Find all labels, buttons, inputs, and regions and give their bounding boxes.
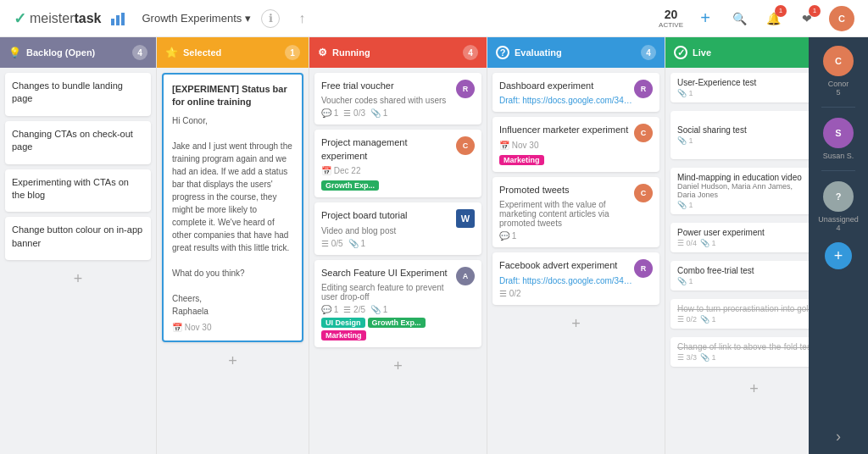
card-backlog-4[interactable]: Change button colour on in-app banner <box>5 217 151 260</box>
card-backlog-1[interactable]: Changes to bundle landing page <box>5 73 151 116</box>
sidebar-avatar-susan[interactable]: S <box>823 118 854 148</box>
card-running-2-avatar: C <box>456 136 475 155</box>
project-selector[interactable]: Growth Experiments ▾ <box>142 12 251 25</box>
evaluating-title: Evaluating <box>515 47 636 58</box>
card-running-1-avatar: R <box>456 80 475 98</box>
sidebar-user-unassigned[interactable]: ? Unassigned4 <box>818 181 859 232</box>
card-live-1[interactable]: User-Experience test 📎 1 ✓ <box>670 73 809 102</box>
svg-rect-1 <box>116 15 120 25</box>
svg-rect-0 <box>111 19 114 25</box>
upload-button[interactable]: ↑ <box>290 7 314 30</box>
card-live-2[interactable]: Social sharing test 📎 1 ? ✓ <box>670 111 809 159</box>
add-selected-card[interactable]: + <box>162 347 303 375</box>
chevron-down-icon: ▾ <box>245 12 251 25</box>
sidebar-avatar-unassigned[interactable]: ? <box>823 181 854 212</box>
column-selected-header: ⭐ Selected 1 <box>157 37 309 68</box>
logo[interactable]: ✓ meistertask <box>14 9 101 28</box>
evaluating-cards: Dashboard experiment Draft: https://docs… <box>487 68 665 454</box>
alert-badge: 1 <box>809 5 821 17</box>
backlog-icon: 💡 <box>8 47 21 58</box>
sidebar-divider-2 <box>821 170 855 171</box>
columns-area: 💡 Backlog (Open) 4 Changes to bundle lan… <box>0 37 809 454</box>
card-live-6[interactable]: How to turn procrastination into gold ☰ … <box>670 299 809 329</box>
running-count: 4 <box>463 45 478 60</box>
active-count: 20 ACTIVE <box>659 8 683 29</box>
column-running-header: ⚙ Running 4 <box>309 37 487 68</box>
notification-badge: 1 <box>775 5 787 17</box>
info-button[interactable]: ℹ <box>261 9 280 28</box>
add-backlog-card[interactable]: + <box>5 265 151 293</box>
card-eval-1-avatar: R <box>634 80 653 98</box>
card-selected-expanded[interactable]: [EXPERIMENT] Status bar for online train… <box>162 73 303 342</box>
column-evaluating: ? Evaluating 4 Dashboard experiment Draf… <box>487 37 665 454</box>
card-eval-4[interactable]: Facebook advert experiment Draft: https:… <box>492 252 659 304</box>
card-live-7[interactable]: Change of link to above-the-fold test ☰ … <box>670 337 809 367</box>
logo-check-icon: ✓ <box>14 9 26 28</box>
card-eval-3[interactable]: Promoted tweets Experiment with the valu… <box>492 177 659 247</box>
card-backlog-3[interactable]: Experimenting with CTAs on the blog <box>5 169 151 213</box>
selected-title: Selected <box>183 47 280 58</box>
alert-button[interactable]: ❤ 1 <box>795 7 819 30</box>
board: 💡 Backlog (Open) 4 Changes to bundle lan… <box>0 37 868 454</box>
card-running-4-avatar: A <box>456 267 475 285</box>
card-running-4[interactable]: Search Feature UI Experiment Editing sea… <box>314 260 481 347</box>
card-running-1[interactable]: Free trial voucher Voucher codes shared … <box>314 73 481 125</box>
card-running-2[interactable]: Project management experiment C 📅 Dec 22… <box>314 130 481 197</box>
sidebar-divider-1 <box>821 107 855 108</box>
card-eval-1[interactable]: Dashboard experiment Draft: https://docs… <box>492 73 659 112</box>
user-avatar[interactable]: C <box>829 6 854 31</box>
add-live-card[interactable]: + <box>670 375 809 403</box>
card-live-4[interactable]: Power user experiment ☰ 0/4📎 1 ✓ <box>670 223 809 252</box>
add-running-card[interactable]: + <box>314 352 481 380</box>
sidebar-user-susan[interactable]: S Susan S. <box>823 118 854 160</box>
svg-rect-2 <box>121 13 125 25</box>
card-running-3-w-icon: W <box>456 209 475 228</box>
card-running-3[interactable]: Project board tutorial Video and blog po… <box>314 202 481 254</box>
backlog-count: 4 <box>132 45 147 60</box>
card-live-5[interactable]: Combo free-trial test 📎 1 ✓ <box>670 261 809 291</box>
evaluating-count: 4 <box>641 45 656 60</box>
live-cards: User-Experience test 📎 1 ✓ Social sharin… <box>665 68 809 454</box>
logo-meister: meistertask <box>30 11 101 26</box>
column-backlog: 💡 Backlog (Open) 4 Changes to bundle lan… <box>0 37 157 454</box>
card-backlog-2[interactable]: Changing CTAs on check-out page <box>5 121 151 164</box>
add-evaluating-card[interactable]: + <box>492 310 659 338</box>
card-eval-4-avatar: R <box>634 259 653 278</box>
selected-cards: [EXPERIMENT] Status bar for online train… <box>157 68 309 454</box>
column-live-header: ✓ Live 7 <box>665 37 809 68</box>
running-cards: Free trial voucher Voucher codes shared … <box>309 68 487 454</box>
sidebar-avatar-conor[interactable]: C <box>823 46 854 76</box>
column-selected: ⭐ Selected 1 [EXPERIMENT] Status bar for… <box>157 37 309 454</box>
backlog-cards: Changes to bundle landing page Changing … <box>0 68 156 454</box>
column-running: ⚙ Running 4 Free trial voucher Voucher c… <box>309 37 487 454</box>
sidebar-add-user[interactable]: + <box>825 242 852 269</box>
card-eval-2-avatar: C <box>634 124 653 142</box>
topnav: ✓ meistertask Growth Experiments ▾ ℹ ↑ 2… <box>0 0 868 37</box>
card-live-3[interactable]: Mind-mapping in education video Daniel H… <box>670 168 809 214</box>
sidebar: C Conor5 S Susan S. ? Unassigned4 + › <box>809 37 868 454</box>
sidebar-user-conor[interactable]: C Conor5 <box>823 46 854 97</box>
sidebar-chevron[interactable]: › <box>836 428 841 446</box>
live-title: Live <box>693 47 809 58</box>
selected-icon: ⭐ <box>165 47 178 58</box>
search-button[interactable]: 🔍 <box>727 7 751 30</box>
add-button[interactable]: + <box>693 7 717 30</box>
selected-count: 1 <box>285 45 300 60</box>
selected-card-title: [EXPERIMENT] Status bar for online train… <box>172 83 293 109</box>
evaluating-icon: ? <box>496 46 509 59</box>
card-eval-2[interactable]: Influencer marketer experiment C 📅 Nov 3… <box>492 117 659 171</box>
live-icon: ✓ <box>674 46 687 59</box>
notification-button[interactable]: 🔔 1 <box>761 7 785 30</box>
selected-card-body: Hi Conor, Jake and I just went through t… <box>172 114 293 318</box>
column-backlog-header: 💡 Backlog (Open) 4 <box>0 37 156 68</box>
running-icon: ⚙ <box>318 47 327 58</box>
backlog-title: Backlog (Open) <box>26 47 127 58</box>
column-evaluating-header: ? Evaluating 4 <box>487 37 665 68</box>
chart-icon <box>111 12 125 25</box>
column-live: ✓ Live 7 User-Experience test 📎 1 ✓ Soci… <box>665 37 809 454</box>
selected-card-date: 📅 Nov 30 <box>172 323 293 332</box>
card-eval-3-avatar: C <box>634 184 653 202</box>
running-title: Running <box>332 47 458 58</box>
